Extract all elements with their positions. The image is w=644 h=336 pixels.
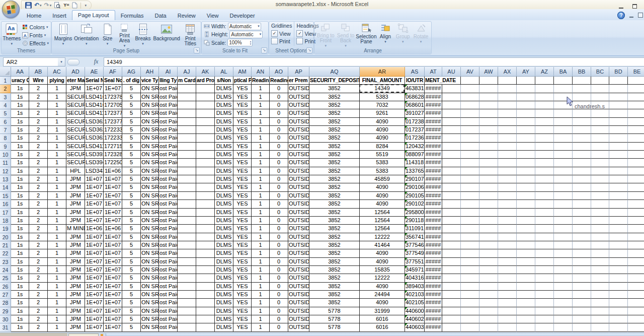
cell-AN9[interactable]: 1	[252, 143, 270, 151]
row-header-10[interactable]: 10	[0, 151, 11, 159]
cell-AC4[interactable]: 1	[48, 101, 66, 109]
cell-AR25[interactable]: 12222	[360, 274, 405, 282]
cell-BD26[interactable]	[609, 283, 628, 291]
rotate-button[interactable]: Rotate▾	[412, 22, 430, 48]
cell-AW23[interactable]	[479, 258, 498, 266]
cell-AM6[interactable]: YES	[233, 118, 252, 126]
cell-AV25[interactable]	[461, 274, 479, 282]
cell-AE21[interactable]: 1E+07	[85, 241, 104, 249]
cell-AT17[interactable]: #####	[425, 209, 442, 217]
column-header-AZ[interactable]: AZ	[535, 67, 554, 77]
cell-AL27[interactable]: DLMS	[215, 291, 233, 299]
cell-AL25[interactable]: DLMS	[215, 274, 233, 282]
cell-AJ17[interactable]	[178, 209, 196, 217]
cell-AX8[interactable]	[498, 134, 517, 142]
cell-AL28[interactable]: DLMS	[215, 299, 233, 307]
cell-BC9[interactable]	[591, 143, 609, 151]
cell-AV21[interactable]	[461, 241, 479, 249]
cell-AN11[interactable]: 1	[252, 159, 270, 167]
cell-AP12[interactable]: OUTSIDI	[288, 167, 309, 175]
cell-AP24[interactable]: OUTSIDI	[288, 266, 309, 274]
cell-BB6[interactable]	[573, 118, 591, 126]
cell-AG13[interactable]: 5	[122, 175, 141, 183]
cell-AM19[interactable]: YES	[233, 225, 252, 233]
cell-AO2[interactable]: 0	[270, 85, 288, 93]
cell-AE20[interactable]: 1E+07	[85, 233, 104, 241]
column-header-AO[interactable]: AO	[270, 67, 288, 77]
cell-AV12[interactable]	[461, 167, 479, 175]
column-header-AH[interactable]: AH	[141, 67, 159, 77]
row-header-19[interactable]: 19	[0, 225, 11, 233]
row-header-24[interactable]: 24	[0, 266, 11, 274]
cell-AF22[interactable]: 1E+07	[104, 249, 122, 257]
cell-AB6[interactable]: 2	[29, 118, 48, 126]
cell-AA31[interactable]: 1s	[11, 323, 29, 331]
cell-AW29[interactable]	[479, 307, 498, 315]
cell-AO14[interactable]: 0	[270, 183, 288, 191]
cell-AB4[interactable]: 2	[29, 101, 48, 109]
cell-AY26[interactable]	[517, 283, 535, 291]
gridlines-print-checkbox[interactable]: Print	[271, 37, 290, 45]
cell-AP14[interactable]: OUTSIDI	[288, 183, 309, 191]
cell-AF3[interactable]: 172378	[104, 93, 122, 101]
cell-BE27[interactable]	[628, 291, 644, 299]
cell-AN15[interactable]: 1	[252, 192, 270, 200]
cell-AJ11[interactable]	[178, 159, 196, 167]
cell-AB28[interactable]: 2	[29, 299, 48, 307]
column-header-AJ[interactable]: AJ	[178, 67, 196, 77]
cell-AW14[interactable]	[479, 183, 498, 191]
cell-AN30[interactable]: 1	[252, 315, 270, 323]
cell-AL9[interactable]: DLMS	[215, 143, 233, 151]
column-header-BC[interactable]: BC	[591, 67, 609, 77]
cell-AF12[interactable]: 1E+06	[104, 167, 122, 175]
cell-AW20[interactable]	[479, 233, 498, 241]
cell-AA24[interactable]: 1s	[11, 266, 29, 274]
cell-AU21[interactable]	[442, 241, 461, 249]
cell-AB19[interactable]: 2	[29, 225, 48, 233]
cell-AX13[interactable]	[498, 175, 517, 183]
cell-BB28[interactable]	[573, 299, 591, 307]
cell-AX9[interactable]	[498, 143, 517, 151]
cell-AZ17[interactable]	[535, 209, 554, 217]
column-header-AX[interactable]: AX	[498, 67, 517, 77]
column-header-AU[interactable]: AU	[442, 67, 461, 77]
cell-AX15[interactable]	[498, 192, 517, 200]
bring-to-front-button[interactable]: Bring to Front▾	[316, 22, 336, 48]
gridlines-view-checkbox[interactable]: ✓View	[271, 30, 291, 37]
cell-AJ8[interactable]	[178, 134, 196, 142]
row-header-18[interactable]: 18	[0, 217, 11, 225]
cell-AA8[interactable]: 1s	[11, 134, 29, 142]
cell-AA9[interactable]: 1s	[11, 143, 29, 151]
cell-BC13[interactable]	[591, 175, 609, 183]
cell-AA2[interactable]: 1s	[11, 85, 29, 93]
cell-AM9[interactable]: YES	[233, 143, 252, 151]
cell-AC9[interactable]: 1	[48, 143, 66, 151]
cell-BD11[interactable]	[609, 159, 628, 167]
cell-AJ24[interactable]	[178, 266, 196, 274]
cell-AW15[interactable]	[479, 192, 498, 200]
cell-BD10[interactable]	[609, 151, 628, 159]
cell-AK22[interactable]	[196, 249, 215, 257]
cell-AN14[interactable]: 1	[252, 183, 270, 191]
cell-AF5[interactable]: 172377	[104, 109, 122, 117]
cell-AU6[interactable]	[442, 118, 461, 126]
cell-AP20[interactable]: OUTSIDI	[288, 233, 309, 241]
cell-AI31[interactable]: ost Paid	[159, 323, 178, 331]
cell-BD14[interactable]	[609, 183, 628, 191]
cell-AD6[interactable]: SECURE	[66, 118, 85, 126]
cell-AI7[interactable]: ost Paid	[159, 126, 178, 134]
cell-AU9[interactable]	[442, 143, 461, 151]
cell-BA10[interactable]	[554, 151, 573, 159]
cell-AD16[interactable]: JPM	[66, 200, 85, 208]
cell-AW24[interactable]	[479, 266, 498, 274]
cell-AH30[interactable]: ON SRP	[141, 315, 159, 323]
cell-AB18[interactable]: 2	[29, 217, 48, 225]
cell-AM5[interactable]: YES	[233, 109, 252, 117]
cell-AM18[interactable]: YES	[233, 217, 252, 225]
cell-AX12[interactable]	[498, 167, 517, 175]
cell-AE10[interactable]: LSD392	[85, 151, 104, 159]
cell-AF18[interactable]: 1E+07	[104, 217, 122, 225]
cell-AY7[interactable]	[517, 126, 535, 134]
cell-AV4[interactable]	[461, 101, 479, 109]
cell-AJ22[interactable]	[178, 249, 196, 257]
